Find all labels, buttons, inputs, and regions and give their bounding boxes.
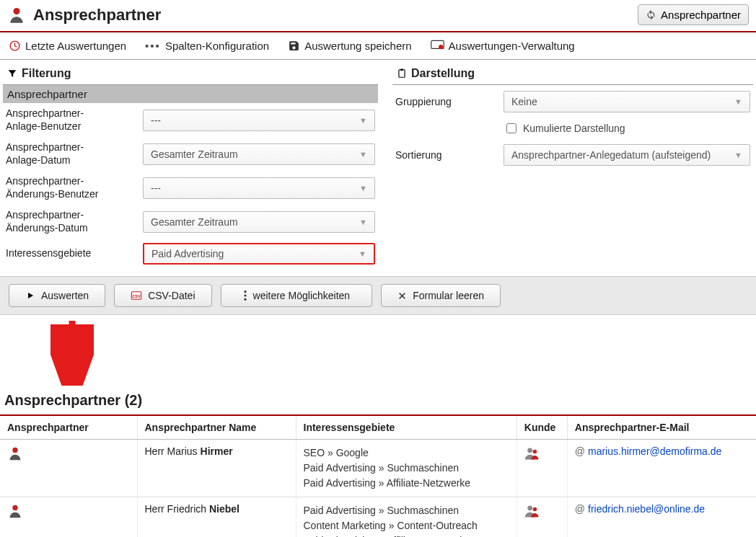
results-col-2[interactable]: Interessensgebiete (296, 416, 517, 440)
cumulated-label: Kumulierte Darstellung (523, 123, 625, 134)
interest-line: SEO » Google (304, 445, 509, 461)
filter-select-0[interactable]: --- ▼ (143, 110, 375, 131)
chevron-down-icon: ▼ (359, 150, 367, 159)
filter-label: Ansprechpartner-Anlage-Datum (6, 141, 143, 167)
results-col-1[interactable]: Ansprechpartner Name (137, 416, 296, 440)
results-col-3[interactable]: Kunde (517, 416, 567, 440)
clock-icon (9, 40, 21, 52)
evaluate-button[interactable]: Auswerten (9, 284, 105, 307)
cell-interests: Paid Advertising » SuchmaschinenContent … (296, 497, 517, 538)
svg-point-13 (527, 448, 532, 453)
arrow-annotation (0, 315, 756, 388)
cell-name: Herr Marius Hirmer (137, 440, 296, 497)
svg-point-15 (12, 505, 17, 510)
chevron-down-icon: ▼ (359, 116, 367, 125)
chevron-down-icon: ▼ (359, 249, 366, 258)
interest-line: Paid Advertising » Suchmaschinen (304, 503, 509, 518)
refresh-label: Ansprechpartner (661, 9, 741, 21)
interest-line: Paid Advertising » Affiliate-Netzwerke (304, 476, 509, 491)
svg-rect-4 (399, 70, 405, 78)
csv-button[interactable]: CSV CSV-Datei (114, 284, 211, 307)
cell-name: Herr Friedrich Niebel (137, 497, 296, 538)
toolbar-columns[interactable]: ••• Spalten-Konfiguration (145, 40, 269, 52)
svg-point-3 (439, 45, 443, 49)
grouping-label: Gruppierung (395, 96, 504, 107)
page-header: Ansprechpartner Ansprechpartner (0, 0, 756, 32)
clear-label: Formular leeren (413, 290, 484, 301)
cell-icon (0, 440, 137, 497)
results-col-4[interactable]: Ansprechpartner-E-Mail (567, 416, 756, 440)
person-icon (7, 503, 23, 519)
action-bar: Auswerten CSV CSV-Datei weitere Möglichk… (0, 276, 756, 315)
filter-label: Ansprechpartner-Anlage-Benutzer (6, 107, 143, 133)
filter-select-2[interactable]: --- ▼ (143, 177, 375, 199)
email-link[interactable]: friedrich.niebel@online.de (588, 503, 705, 515)
results-title: Ansprechpartner (2) (0, 388, 756, 416)
filter-value: --- (151, 182, 161, 194)
chevron-down-icon: ▼ (359, 184, 367, 192)
refresh-button[interactable]: Ansprechpartner (638, 4, 749, 25)
csv-icon: CSV (131, 290, 142, 301)
filter-select-3[interactable]: Gesamter Zeitraum ▼ (143, 211, 375, 233)
filter-icon (7, 68, 17, 79)
table-row[interactable]: Herr Marius Hirmer SEO » GooglePaid Adve… (0, 440, 756, 497)
toolbar: Letzte Auswertungen ••• Spalten-Konfigur… (0, 32, 756, 60)
cell-email: @marius.hirmer@demofirma.de (567, 440, 756, 497)
dots-icon: ••• (145, 40, 161, 52)
toolbar-manage[interactable]: Auswertungen-Verwaltung (431, 40, 575, 52)
presentation-panel: Darstellung Gruppierung Keine ▼ Kumulier… (392, 60, 753, 269)
evaluate-label: Auswerten (41, 290, 89, 301)
more-button[interactable]: weitere Möglichkeiten (221, 284, 373, 307)
grouping-select[interactable]: Keine ▼ (504, 91, 750, 112)
cell-customer (517, 497, 567, 538)
filter-select-1[interactable]: Gesamter Zeitraum ▼ (143, 143, 375, 165)
csv-label: CSV-Datei (148, 290, 195, 301)
clipboard-icon (397, 68, 407, 79)
filter-label: Ansprechpartner-Änderungs-Benutzer (6, 175, 143, 200)
results-table: AnsprechpartnerAnsprechpartner NameInter… (0, 416, 756, 537)
filter-label: Ansprechpartner-Änderungs-Datum (6, 209, 143, 234)
filter-value: Gesamter Zeitraum (151, 216, 238, 228)
more-label: weitere Möglichkeiten (253, 290, 351, 301)
customer-icon (524, 503, 540, 519)
presentation-section-header: Darstellung (392, 60, 753, 85)
sorting-label: Sortierung (395, 149, 504, 161)
cell-icon (0, 497, 137, 538)
save-icon (288, 40, 300, 52)
toolbar-recent-label: Letzte Auswertungen (25, 40, 126, 52)
toolbar-recent[interactable]: Letzte Auswertungen (9, 40, 126, 52)
manage-icon (431, 40, 444, 52)
cell-customer (517, 440, 567, 497)
email-link[interactable]: marius.hirmer@demofirma.de (588, 445, 721, 457)
table-row[interactable]: Herr Friedrich Niebel Paid Advertising »… (0, 497, 756, 538)
person-icon (7, 445, 23, 461)
toolbar-columns-label: Spalten-Konfiguration (165, 40, 269, 52)
chevron-down-icon: ▼ (359, 218, 367, 226)
cumulated-checkbox[interactable] (506, 123, 517, 133)
filter-section-header: Filterung (3, 60, 378, 85)
interest-line: Content Marketing » Content-Outreach (304, 518, 509, 533)
sorting-select[interactable]: Ansprechpartner-Anlegedatum (aufsteigend… (504, 144, 750, 166)
customer-icon (524, 445, 540, 461)
at-icon: @ (575, 445, 585, 457)
results-col-0[interactable]: Ansprechpartner (0, 416, 137, 440)
svg-point-17 (532, 507, 537, 512)
svg-point-8 (244, 290, 246, 293)
refresh-icon (646, 9, 656, 20)
svg-rect-5 (400, 69, 403, 71)
filter-value: --- (151, 115, 161, 126)
clear-button[interactable]: Formular leeren (381, 284, 501, 307)
page-title: Ansprechpartner (33, 6, 638, 25)
filter-select-4[interactable]: Paid Advertising ▼ (143, 243, 375, 265)
filter-label: Interessensgebiete (6, 247, 143, 260)
chevron-down-icon: ▼ (734, 97, 742, 106)
svg-point-16 (527, 505, 532, 510)
filter-value: Gesamter Zeitraum (151, 148, 238, 160)
toolbar-save[interactable]: Auswertung speichern (288, 40, 411, 52)
svg-point-0 (13, 8, 19, 14)
toolbar-save-label: Auswertung speichern (304, 40, 411, 52)
filter-group-band: Ansprechpartner (3, 85, 378, 103)
svg-text:CSV: CSV (133, 294, 141, 298)
presentation-section-title: Darstellung (411, 67, 475, 80)
svg-point-12 (12, 448, 17, 453)
